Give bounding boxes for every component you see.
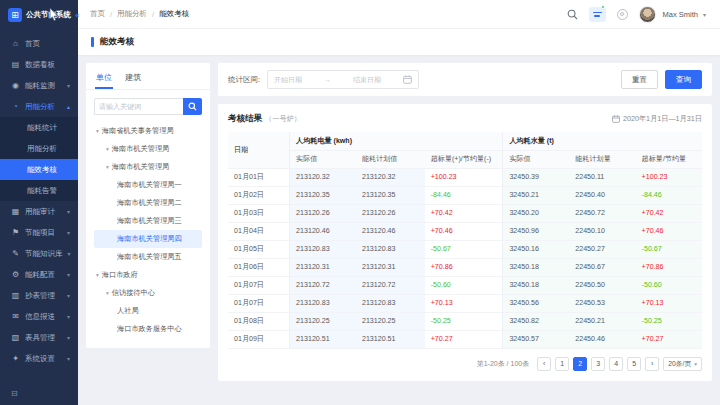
next-page-button[interactable]: › xyxy=(645,357,659,371)
tree-node[interactable]: 海南市机关管理局四 xyxy=(94,230,202,248)
cell-value: 32450.21 xyxy=(503,186,569,204)
caret-down-icon[interactable]: ▾ xyxy=(96,272,99,278)
topbar-right: Max Smith ▾ xyxy=(567,6,706,23)
page-button-1[interactable]: 1 xyxy=(555,357,569,371)
chevron-down-icon[interactable]: ▾ xyxy=(703,11,706,18)
cell-value: 32450.18 xyxy=(503,276,569,294)
tree-node[interactable]: 人社局 xyxy=(94,302,202,320)
device-icon: ▧ xyxy=(11,333,20,342)
config-icon: ⚙ xyxy=(11,270,20,279)
results-subtitle: （一号炉） xyxy=(265,114,301,124)
sidebar-item-device[interactable]: ▧表具管理▾ xyxy=(0,327,78,348)
cell-value: 22450.67 xyxy=(569,258,635,276)
tree-node[interactable]: 海南市机关管理局一 xyxy=(94,176,202,194)
page-button-3[interactable]: 3 xyxy=(591,357,605,371)
query-button[interactable]: 查询 xyxy=(665,70,702,89)
start-date-placeholder[interactable]: 开始日期 xyxy=(274,75,302,85)
end-date-placeholder[interactable]: 结束日期 xyxy=(353,75,381,85)
avatar[interactable] xyxy=(639,6,656,23)
tree-node[interactable]: ▾信访接待中心 xyxy=(94,284,202,302)
sidebar-item-project[interactable]: ⚑节能项目▾ xyxy=(0,222,78,243)
submenu-item-usage-analysis[interactable]: 用能分析 xyxy=(0,138,78,159)
prev-page-button[interactable]: ‹ xyxy=(537,357,551,371)
breadcrumb-separator: / xyxy=(152,10,154,19)
sidebar-collapse-icon[interactable]: « xyxy=(75,11,79,20)
filter-card: 统计区间: 开始日期 → 结束日期 重置 查询 xyxy=(218,63,712,96)
breadcrumb-item[interactable]: 首页 xyxy=(90,9,105,19)
tree-search-row xyxy=(94,98,202,115)
magnifier-icon xyxy=(188,102,197,111)
help-icon[interactable] xyxy=(617,9,628,20)
sidebar-item-settings[interactable]: ✦系统设置▾ xyxy=(0,348,78,369)
cell-value: 22450.40 xyxy=(569,186,635,204)
cell-date: 01月07日 xyxy=(228,276,290,294)
tab-building[interactable]: 建筑 xyxy=(125,65,141,89)
sidebar-item-label: 节能项目 xyxy=(25,228,55,238)
tree-node[interactable]: ▾海南市机关管理局 xyxy=(94,140,202,158)
tree-node[interactable]: 海南市机关管理局五 xyxy=(94,248,202,266)
sidebar-item-dashboard[interactable]: ▤数据看板 xyxy=(0,54,78,75)
caret-down-icon[interactable]: ▾ xyxy=(96,128,99,134)
cell-diff: -50.25 xyxy=(636,312,702,330)
date-range-picker[interactable]: 开始日期 → 结束日期 xyxy=(267,70,419,89)
home-icon: ⌂ xyxy=(11,39,20,48)
sidebar-item-report[interactable]: ✉信息报送▾ xyxy=(0,306,78,327)
tree-node-label: 人社局 xyxy=(117,306,139,316)
submenu-item-assessment[interactable]: 能效考核 xyxy=(0,159,78,180)
sidebar-item-label: 能耗配置 xyxy=(25,270,55,280)
cell-diff: -50.60 xyxy=(636,276,702,294)
reset-button[interactable]: 重置 xyxy=(621,70,658,89)
cell-date: 01月03日 xyxy=(228,204,290,222)
app-window: ⊞ 公共节能系统 « ⌂首页▤数据看板◉能耗监测▾◔用能分析▴能耗统计用能分析能… xyxy=(0,0,720,405)
submenu-item-stats[interactable]: 能耗统计 xyxy=(0,117,78,138)
table-body: 01月01日213120.32213120.32+100.2332450.392… xyxy=(228,168,702,348)
page-button-2[interactable]: 2 xyxy=(573,357,587,371)
table-row: 01月04日213120.46213120.46+70.4632450.9622… xyxy=(228,222,702,240)
sidebar-footer-icon[interactable]: ⊟ xyxy=(11,389,18,398)
tree-node[interactable]: 海南市机关管理局二 xyxy=(94,194,202,212)
table-row: 01月05日213120.83213120.83-50.6732450.1622… xyxy=(228,240,702,258)
sidebar-item-monitor[interactable]: ◉能耗监测▾ xyxy=(0,75,78,96)
cell-value: 32450.57 xyxy=(503,330,569,348)
caret-down-icon[interactable]: ▾ xyxy=(106,164,109,170)
filter-icon[interactable] xyxy=(589,7,606,22)
submenu-item-alarm[interactable]: 能耗告警 xyxy=(0,180,78,201)
tab-unit[interactable]: 单位 xyxy=(96,65,112,89)
cell-value: 22450.11 xyxy=(569,168,635,186)
sidebar-item-analysis[interactable]: ◔用能分析▴ xyxy=(0,96,78,117)
search-icon[interactable] xyxy=(567,9,578,20)
cell-diff: -50.67 xyxy=(425,240,503,258)
topbar: 首页/用能分析/能效考核 Max Smith ▾ xyxy=(78,0,720,28)
cell-value: 22450.21 xyxy=(569,312,635,330)
page-button-4[interactable]: 4 xyxy=(609,357,623,371)
tree-node[interactable]: 海口市政务服务中心 xyxy=(94,320,202,338)
page-title-band: 能效考核 xyxy=(78,28,720,55)
sidebar-item-home[interactable]: ⌂首页 xyxy=(0,33,78,54)
sidebar-item-config[interactable]: ⚙能耗配置▾ xyxy=(0,264,78,285)
sidebar-item-label: 抄表管理 xyxy=(25,291,55,301)
chevron-down-icon: ▾ xyxy=(694,361,697,367)
user-name[interactable]: Max Smith xyxy=(663,10,698,19)
sidebar-item-label: 用能分析 xyxy=(25,102,55,112)
tree-node[interactable]: ▾海南省机关事务管理局 xyxy=(94,122,202,140)
search-input[interactable] xyxy=(94,98,183,115)
sidebar-item-audit[interactable]: ▦用能审计▾ xyxy=(0,201,78,222)
tree-node[interactable]: ▾海口市政府 xyxy=(94,266,202,284)
sidebar-item-meter[interactable]: ▥抄表管理▾ xyxy=(0,285,78,306)
pagination: 第1-20条 / 100条 ‹12345› 20条/页 ▾ xyxy=(228,357,702,371)
caret-down-icon[interactable]: ▾ xyxy=(106,146,109,152)
cell-diff: -84.46 xyxy=(636,186,702,204)
tree-node[interactable]: 海南市机关管理局三 xyxy=(94,212,202,230)
cell-diff: +70.46 xyxy=(425,222,503,240)
cell-value: 213120.46 xyxy=(290,222,356,240)
cell-diff: +70.27 xyxy=(636,330,702,348)
breadcrumb-item[interactable]: 用能分析 xyxy=(117,9,147,19)
tree-node[interactable]: ▾海南市机关管理局 xyxy=(94,158,202,176)
search-button[interactable] xyxy=(183,98,202,115)
tree-node-label: 海南市机关管理局 xyxy=(112,144,170,154)
caret-down-icon[interactable]: ▾ xyxy=(106,290,109,296)
page-size-select[interactable]: 20条/页 ▾ xyxy=(663,357,702,371)
sidebar-item-knowledge[interactable]: ✎节能知识库▾ xyxy=(0,243,78,264)
cell-value: 32450.20 xyxy=(503,204,569,222)
page-button-5[interactable]: 5 xyxy=(627,357,641,371)
